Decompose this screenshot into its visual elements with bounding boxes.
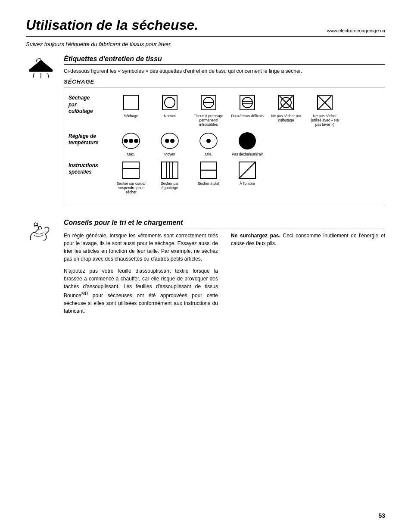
pressage-icon <box>199 93 218 112</box>
conseils-para1: En règle générale, lorsque les vêtements… <box>64 232 218 263</box>
svg-point-24 <box>165 139 169 143</box>
svg-line-39 <box>239 162 255 178</box>
entretien-content: Étiquettes d'entretien de tissu Ci-desso… <box>64 55 385 211</box>
conseils-para2: N'ajoutez pas votre feuille d'assoupliss… <box>64 267 218 315</box>
ombre-label: À l'ombre <box>240 181 255 186</box>
svg-point-22 <box>134 139 138 143</box>
min-icon <box>199 131 218 150</box>
tumble-row: Séchageparculbutage Séchage <box>68 93 380 127</box>
symbol-ombre: À l'ombre <box>228 161 267 186</box>
doux-label: Doux/tissus-délicats <box>231 114 264 118</box>
symbol-doux: Doux/tissus-délicats <box>228 93 267 118</box>
symbol-normal: Normal <box>150 93 189 118</box>
symbol-max: Max. <box>112 131 150 156</box>
svg-point-10 <box>242 97 252 108</box>
egouttage-icon <box>160 161 179 180</box>
symbol-corde: Sécher sur corde/ suspendre pour sécher <box>112 161 150 195</box>
corde-icon <box>121 161 140 180</box>
entretien-desc: Ci-dessous figurent les « symboles » des… <box>64 68 385 74</box>
conseils-col2: Ne surchargez pas. Ceci consomme inutile… <box>231 232 385 315</box>
conseils-col1: En règle générale, lorsque les vêtements… <box>64 232 218 315</box>
max-icon <box>121 131 140 150</box>
doux-icon <box>238 93 257 112</box>
page-number: 53 <box>378 512 385 519</box>
svg-line-0 <box>33 73 34 78</box>
website-url: www.electromenagersge.ca <box>327 28 385 33</box>
svg-point-26 <box>161 133 178 149</box>
max-label: Max. <box>127 152 135 156</box>
symbol-pressage: Tissus à pressage permanent/ infroisable… <box>189 93 228 127</box>
svg-point-20 <box>124 139 128 143</box>
plat-label: Sécher à plat <box>198 181 219 186</box>
sort-icon <box>26 219 56 246</box>
egouttage-label: Sécher par égouttage <box>153 181 187 190</box>
special-row-label: Instructionsspéciales <box>68 161 112 176</box>
section-entretien: Étiquettes d'entretien de tissu Ci-desso… <box>26 55 385 211</box>
symbol-pas: Pas dechaleur/d'air <box>228 131 267 156</box>
symbol-moyen: Moyen <box>150 131 189 156</box>
normal-label: Normal <box>164 114 175 118</box>
temp-row-label: Réglage detempérature <box>68 131 112 146</box>
svg-point-5 <box>165 97 175 108</box>
plat-icon <box>199 161 218 180</box>
symbol-box: Séchageparculbutage Séchage <box>64 87 385 204</box>
conseils-content: Conseils pour le tri et le chargement En… <box>64 219 385 315</box>
dryer-icon <box>26 55 56 83</box>
section-conseils: Conseils pour le tri et le chargement En… <box>26 219 385 315</box>
ombre-icon <box>238 161 257 180</box>
no-tumble-label: Ne pas sécher par culbutage <box>269 114 303 122</box>
page-title: Utilisation de la sécheuse. <box>26 17 198 33</box>
symbol-plat: Sécher à plat <box>189 161 228 186</box>
page-header: Utilisation de la sécheuse. www.electrom… <box>26 17 385 37</box>
conseils-heading: Conseils pour le tri et le chargement <box>64 219 385 228</box>
normal-icon <box>160 93 179 112</box>
moyen-icon <box>160 131 179 150</box>
svg-rect-30 <box>123 162 139 178</box>
symbol-no-tumble: Ne pas sécher par culbutage <box>267 93 305 122</box>
page-subtitle: Suivez toujours l'étiquette du fabricant… <box>26 41 385 47</box>
sechage-label: SÉCHAGE <box>64 78 385 85</box>
pas-label: Pas dechaleur/d'air <box>232 152 263 156</box>
min-label: Min. <box>205 152 212 156</box>
pressage-label: Tissus à pressage permanent/ infroisable… <box>191 114 226 127</box>
svg-line-2 <box>48 73 49 78</box>
sechage-icon <box>121 93 140 112</box>
conseils-para3: Ne surchargez pas. Ceci consomme inutile… <box>231 232 385 247</box>
tumble-row-label: Séchageparculbutage <box>68 93 112 115</box>
svg-point-29 <box>239 132 256 149</box>
svg-point-25 <box>170 139 174 143</box>
symbol-no-dry: Ne pas sécher (utilisé avec « Ne pas lav… <box>305 93 344 127</box>
symbol-egouttage: Sécher par égouttage <box>150 161 189 190</box>
no-dry-label: Ne pas sécher (utilisé avec « Ne pas lav… <box>308 114 342 127</box>
no-tumble-icon <box>277 93 296 112</box>
svg-point-21 <box>129 139 133 143</box>
entretien-heading: Étiquettes d'entretien de tissu <box>64 55 385 65</box>
no-dry-icon <box>315 93 334 112</box>
moyen-label: Moyen <box>164 152 175 156</box>
symbol-min: Min. <box>189 131 228 156</box>
svg-point-27 <box>206 139 211 143</box>
svg-rect-3 <box>124 95 138 110</box>
sechage-label-text: Séchage <box>124 114 138 118</box>
conseils-columns: En règle générale, lorsque les vêtements… <box>64 232 385 315</box>
temp-row: Réglage detempérature Max. <box>68 131 380 156</box>
pas-icon <box>238 131 257 150</box>
special-row: Instructionsspéciales Sécher sur corde/ … <box>68 161 380 195</box>
symbol-sechage: Séchage <box>112 93 150 118</box>
corde-label: Sécher sur corde/ suspendre pour sécher <box>114 181 148 195</box>
